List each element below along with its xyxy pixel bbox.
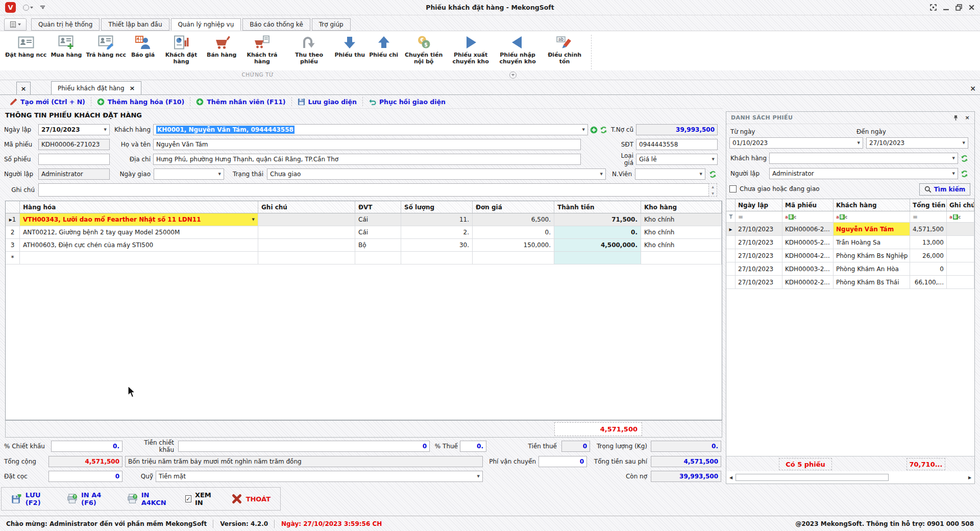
refresh-customer-button[interactable]: [599, 124, 608, 135]
ribbon-item-phieu-nhap-chuyen-kho[interactable]: Phiếu nhập chuyển kho: [494, 34, 541, 66]
xem-in-checkbox[interactable]: ✓: [185, 495, 191, 502]
ribbon-item-dieu-chinh-ton[interactable]: ab Điều chỉnh tồn: [541, 34, 588, 66]
col-ma-phieu[interactable]: Mã phiếu: [782, 199, 834, 211]
save-button[interactable]: LƯU (F2): [7, 491, 58, 506]
table-row[interactable]: 2 ANT00212, Giường bệnh 2 tay quay Model…: [6, 226, 722, 239]
nguoi-lap-input[interactable]: Administrator: [38, 168, 110, 180]
ribbon-item-khach-tra-hang[interactable]: Khách trả hàng: [238, 34, 285, 66]
quick-access-button[interactable]: [23, 5, 33, 11]
ribbon-item-khach-dat-hang[interactable]: Khách đặt hàng: [158, 34, 205, 66]
list-item[interactable]: 27/10/2023 KDH00004-2... Phòng Khám Bs N…: [726, 249, 974, 262]
chevron-down-icon[interactable]: ▼: [580, 128, 585, 132]
pin-icon[interactable]: [953, 115, 959, 121]
chevron-down-icon[interactable]: ▼: [961, 141, 965, 145]
pending-delivery-filter[interactable]: Chưa giao hoặc đang giao: [729, 185, 820, 192]
chevron-down-icon[interactable]: ▼: [250, 218, 255, 222]
ribbon-item-dat-hang-ncc[interactable]: Đặt hàng ncc: [3, 34, 48, 59]
add-staff-button[interactable]: Thêm nhân viên (F11): [190, 98, 291, 106]
ghi-chu-spinner[interactable]: ▲ ▼: [708, 183, 717, 197]
list-item[interactable]: ▸ 27/10/2023 KDH00006-2... Nguyễn Văn Tá…: [726, 223, 974, 236]
scrollbar-thumb[interactable]: [736, 474, 889, 481]
search-button[interactable]: Tìm kiếm: [919, 183, 970, 196]
ribbon-item-ban-hang[interactable]: Bán hàng: [205, 34, 238, 59]
ribbon-tab-reports[interactable]: Báo cáo thống kê: [242, 18, 310, 31]
tu-ngay-input[interactable]: 01/10/2023▼: [729, 137, 863, 149]
chevron-down-icon[interactable]: ▼: [710, 157, 715, 161]
ho-va-ten-input[interactable]: Nguyễn Văn Tám: [153, 139, 581, 150]
list-item[interactable]: 27/10/2023 KDH00005-2... Trần Hoàng Sa 1…: [726, 236, 974, 249]
col-kho-hang[interactable]: Kho hàng: [641, 201, 722, 213]
ribbon-tab-system[interactable]: Quản trị hệ thống: [31, 18, 100, 31]
ribbon-item-tra-hang-ncc[interactable]: Trả hàng ncc: [84, 34, 128, 59]
den-ngay-input[interactable]: 27/10/2023▼: [866, 137, 968, 149]
ghi-chu-textarea[interactable]: [38, 183, 709, 197]
chevron-down-icon[interactable]: ▼: [698, 172, 702, 176]
ribbon-item-thu-theo-phieu[interactable]: Thu theo phiếu: [285, 34, 332, 66]
thue-pct-input[interactable]: 0.: [460, 441, 486, 452]
panel-refresh-user-button[interactable]: [960, 168, 969, 179]
close-button[interactable]: [968, 4, 975, 11]
scroll-left-icon[interactable]: ◀: [727, 475, 734, 480]
restore-button[interactable]: [955, 4, 962, 11]
filter-eq-icon[interactable]: =: [736, 211, 782, 222]
document-tab-active[interactable]: Phiếu khách đặt hàng ×: [51, 81, 141, 94]
col-ghi-chu[interactable]: Ghi chú: [947, 199, 974, 211]
ribbon-item-chuyen-tien-noi-bo[interactable]: €$ Chuyển tiền nội bộ: [400, 34, 447, 66]
panel-khach-hang-select[interactable]: ▼: [769, 153, 958, 164]
add-customer-button[interactable]: [590, 124, 598, 135]
toolbar-options-button[interactable]: [40, 6, 45, 9]
ngay-lap-input[interactable]: 27/10/2023▼: [38, 124, 110, 135]
khach-hang-input[interactable]: KH0001, Nguyễn Văn Tám, 0944443558▼: [153, 124, 588, 135]
minimize-button[interactable]: [943, 4, 949, 11]
print-a4kcn-button[interactable]: ? IN A4KCN: [122, 491, 177, 506]
panel-horizontal-scrollbar[interactable]: ◀ ▶: [727, 473, 973, 482]
save-layout-button[interactable]: Lưu giao diện: [292, 98, 362, 106]
exit-button[interactable]: THOÁT: [227, 493, 275, 504]
table-new-row[interactable]: *: [6, 252, 722, 264]
close-all-tabs-button[interactable]: ×: [16, 82, 31, 94]
dat-coc-input[interactable]: 0: [48, 471, 122, 482]
ribbon-item-phieu-chi[interactable]: Phiếu chi: [367, 34, 400, 59]
close-panel-icon[interactable]: ×: [965, 114, 970, 121]
col-khach-hang[interactable]: Khách hàng: [834, 199, 910, 211]
so-phieu-input[interactable]: [38, 154, 110, 165]
panel-nguoi-lap-select[interactable]: Administrator▼: [769, 168, 958, 179]
print-a4-button[interactable]: ? IN A4 (F6): [62, 491, 118, 506]
ribbon-tab-operations[interactable]: Quản lý nghiệp vụ: [171, 18, 241, 31]
col-thanh-tien[interactable]: Thành tiền: [554, 201, 641, 213]
scroll-right-icon[interactable]: ▶: [966, 475, 973, 480]
scroll-up-icon[interactable]: ▲: [712, 185, 714, 188]
col-ghi-chu[interactable]: Ghi chú: [258, 201, 355, 213]
ngay-giao-select[interactable]: ▼: [154, 168, 224, 180]
chevron-down-icon[interactable]: ▼: [950, 172, 955, 176]
refresh-staff-button[interactable]: [708, 168, 717, 180]
col-don-gia[interactable]: Đơn giá: [473, 201, 554, 213]
nhan-vien-select[interactable]: ▼: [635, 168, 705, 180]
filter-abc-icon[interactable]: aBc: [834, 211, 910, 222]
filter-abc-icon[interactable]: aBc: [782, 211, 834, 222]
chevron-down-icon[interactable]: ▼: [598, 172, 603, 176]
phi-van-chuyen-input[interactable]: 0: [538, 456, 587, 467]
ribbon-item-mua-hang[interactable]: Mua hàng: [48, 34, 84, 59]
ma-phieu-input[interactable]: KDH00006-271023: [38, 139, 110, 150]
table-row[interactable]: 3 ATH00603, Điện cực chén của máy STI500…: [6, 239, 722, 252]
restore-layout-button[interactable]: Phục hồi giao diện: [363, 98, 451, 106]
tien-chiet-khau-input[interactable]: 0: [178, 441, 430, 452]
quy-select[interactable]: Tiền mặt▼: [156, 471, 483, 482]
ribbon-collapse-button[interactable]: [509, 71, 517, 79]
sdt-input[interactable]: 0944443558: [636, 139, 718, 150]
ribbon-tab-help[interactable]: Trợ giúp: [312, 18, 351, 31]
filter-abc-icon[interactable]: aBc: [947, 211, 974, 222]
table-row[interactable]: ▸1 VTH00343, Lưỡi dao mổ Fearther Nhật s…: [6, 213, 722, 226]
col-ngay-lap[interactable]: Ngày lập: [736, 199, 782, 211]
col-hang-hoa[interactable]: Hàng hóa: [20, 201, 258, 213]
add-product-button[interactable]: Thêm hàng hóa (F10): [91, 98, 190, 106]
ribbon-item-phieu-xuat-chuyen-kho[interactable]: Phiếu xuất chuyển kho: [447, 34, 494, 66]
chiet-khau-pct-input[interactable]: 0.: [51, 441, 122, 452]
new-record-button[interactable]: Tạo mới (Ctrl + N): [4, 98, 91, 106]
close-document-icon[interactable]: ×: [970, 84, 976, 92]
chevron-down-icon[interactable]: ▼: [950, 156, 955, 160]
trang-thai-select[interactable]: Chưa giao▼: [267, 168, 606, 180]
loai-gia-select[interactable]: Giá lẻ▼: [636, 154, 718, 165]
col-dvt[interactable]: ĐVT: [355, 201, 401, 213]
